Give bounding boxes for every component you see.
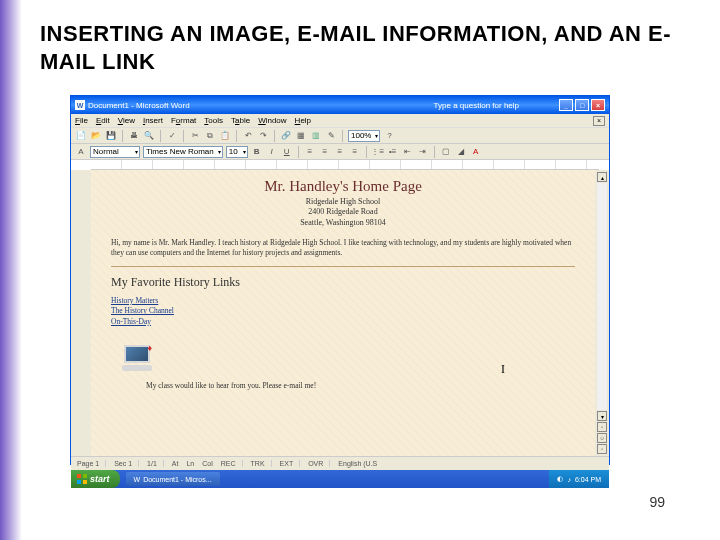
tables-icon[interactable]: ▦ — [295, 130, 307, 142]
help-icon[interactable]: ? — [383, 130, 395, 142]
status-at: At — [172, 460, 179, 467]
preview-icon[interactable]: 🔍 — [143, 130, 155, 142]
word-app-icon: W — [75, 100, 85, 110]
indent-icon[interactable]: ⇥ — [417, 146, 429, 158]
drawing-icon[interactable]: ✎ — [325, 130, 337, 142]
bold-button[interactable]: B — [251, 146, 263, 158]
highlight-icon[interactable]: ◢ — [455, 146, 467, 158]
mailto-text: My class would like to hear from you. Pl… — [146, 381, 575, 390]
close-button[interactable]: × — [591, 99, 605, 111]
scroll-down-button[interactable]: ▾ — [597, 411, 607, 421]
prev-page-button[interactable]: ◦ — [597, 422, 607, 432]
save-icon[interactable]: 💾 — [105, 130, 117, 142]
next-page-button[interactable]: ◦ — [597, 444, 607, 454]
redo-icon[interactable]: ↷ — [257, 130, 269, 142]
help-prompt[interactable]: Type a question for help — [434, 101, 519, 110]
text-cursor: I — [501, 362, 505, 377]
document-area: Mr. Handley's Home Page Ridgedale High S… — [71, 170, 609, 456]
align-right-icon[interactable]: ≡ — [334, 146, 346, 158]
formatting-toolbar: A Normal Times New Roman 10 B I U ≡ ≡ ≡ … — [71, 144, 609, 160]
style-selector[interactable]: Normal — [90, 146, 140, 158]
left-gutter — [71, 170, 91, 456]
page-intro: Hi, my name is Mr. Mark Handley. I teach… — [111, 238, 575, 258]
status-lang: English (U.S — [338, 460, 377, 467]
browse-button[interactable]: ○ — [597, 433, 607, 443]
status-rec: REC — [221, 460, 243, 467]
computer-image[interactable] — [117, 345, 157, 377]
taskbar-item-word[interactable]: W Document1 - Micros... — [126, 472, 220, 486]
italic-button[interactable]: I — [266, 146, 278, 158]
titlebar: W Document1 - Microsoft Word Type a ques… — [71, 96, 609, 114]
minimize-button[interactable]: _ — [559, 99, 573, 111]
status-sec: Sec 1 — [114, 460, 139, 467]
align-left-icon[interactable]: ≡ — [304, 146, 316, 158]
page-title: Mr. Handley's Home Page — [111, 178, 575, 195]
status-trk: TRK — [251, 460, 272, 467]
menu-insert[interactable]: Insert — [143, 116, 163, 125]
maximize-button[interactable]: □ — [575, 99, 589, 111]
bullets-icon[interactable]: •≡ — [387, 146, 399, 158]
page-address: 2400 Ridgedale Road — [111, 207, 575, 217]
word-window: W Document1 - Microsoft Word Type a ques… — [70, 95, 610, 465]
status-col: Col — [202, 460, 213, 467]
menu-tools[interactable]: Tools — [204, 116, 223, 125]
justify-icon[interactable]: ≡ — [349, 146, 361, 158]
history-link[interactable]: History Matters — [111, 296, 575, 307]
menubar: FFileile Edit View Insert Format Tools T… — [71, 114, 609, 128]
menu-file[interactable]: FFileile — [75, 116, 88, 125]
outdent-icon[interactable]: ⇤ — [402, 146, 414, 158]
font-selector[interactable]: Times New Roman — [143, 146, 223, 158]
divider — [111, 266, 575, 267]
font-color-icon[interactable]: A — [470, 146, 482, 158]
slide-accent-bar — [0, 0, 22, 540]
menu-table[interactable]: Table — [231, 116, 250, 125]
status-pages: 1/1 — [147, 460, 164, 467]
link-icon[interactable]: 🔗 — [280, 130, 292, 142]
windows-taskbar: start W Document1 - Micros... ◐ ♪ 6:04 P… — [71, 470, 609, 488]
size-selector[interactable]: 10 — [226, 146, 248, 158]
vertical-scrollbar[interactable]: ▴ ▾ ◦ ○ ◦ — [595, 170, 609, 456]
align-center-icon[interactable]: ≡ — [319, 146, 331, 158]
border-icon[interactable]: ▢ — [440, 146, 452, 158]
open-icon[interactable]: 📂 — [90, 130, 102, 142]
cut-icon[interactable]: ✂ — [189, 130, 201, 142]
system-tray[interactable]: ◐ ♪ 6:04 PM — [549, 470, 609, 488]
document-page[interactable]: Mr. Handley's Home Page Ridgedale High S… — [91, 170, 595, 456]
word-icon: W — [134, 476, 141, 483]
spell-icon[interactable]: ✓ — [166, 130, 178, 142]
statusbar: Page 1 Sec 1 1/1 At Ln Col REC TRK EXT O… — [71, 456, 609, 470]
status-ln: Ln — [186, 460, 194, 467]
menu-help[interactable]: Help — [295, 116, 311, 125]
menu-window[interactable]: Window — [258, 116, 286, 125]
history-link[interactable]: On-This-Day — [111, 317, 575, 328]
underline-button[interactable]: U — [281, 146, 293, 158]
slide-page-number: 99 — [649, 494, 665, 510]
status-ext: EXT — [280, 460, 301, 467]
page-city: Seattle, Washington 98104 — [111, 218, 575, 228]
window-title: Document1 - Microsoft Word — [88, 101, 434, 110]
clock[interactable]: 6:04 PM — [575, 476, 601, 483]
section-heading: My Favorite History Links — [111, 275, 575, 290]
horizontal-ruler[interactable] — [91, 160, 599, 170]
numbering-icon[interactable]: ⋮≡ — [372, 146, 384, 158]
menu-format[interactable]: Format — [171, 116, 196, 125]
undo-icon[interactable]: ↶ — [242, 130, 254, 142]
styles-icon[interactable]: A — [75, 146, 87, 158]
zoom-selector[interactable]: 100% — [348, 130, 380, 142]
print-icon[interactable]: 🖶 — [128, 130, 140, 142]
doc-close-button[interactable]: × — [593, 116, 605, 126]
menu-edit[interactable]: Edit — [96, 116, 110, 125]
scroll-track[interactable] — [597, 183, 607, 410]
status-page: Page 1 — [77, 460, 106, 467]
scroll-up-button[interactable]: ▴ — [597, 172, 607, 182]
history-link[interactable]: The History Channel — [111, 306, 575, 317]
copy-icon[interactable]: ⧉ — [204, 130, 216, 142]
start-button[interactable]: start — [71, 470, 120, 488]
windows-logo-icon — [77, 474, 87, 484]
tray-icon[interactable]: ◐ — [557, 475, 563, 483]
menu-view[interactable]: View — [118, 116, 135, 125]
new-doc-icon[interactable]: 📄 — [75, 130, 87, 142]
tray-icon[interactable]: ♪ — [567, 476, 571, 483]
columns-icon[interactable]: ▥ — [310, 130, 322, 142]
paste-icon[interactable]: 📋 — [219, 130, 231, 142]
